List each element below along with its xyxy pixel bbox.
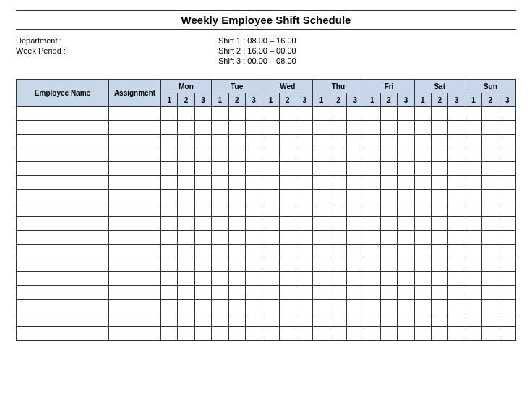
shift-cell[interactable] — [212, 245, 228, 258]
shift-cell[interactable] — [313, 190, 330, 203]
shift-cell[interactable] — [296, 176, 313, 190]
shift-cell[interactable] — [398, 162, 414, 176]
shift-cell[interactable] — [194, 272, 211, 286]
shift-cell[interactable] — [279, 148, 296, 162]
shift-cell[interactable] — [364, 190, 380, 203]
shift-cell[interactable] — [414, 327, 431, 341]
shift-cell[interactable] — [448, 190, 465, 203]
employee-cell[interactable] — [17, 245, 109, 258]
shift-cell[interactable] — [296, 286, 313, 300]
shift-cell[interactable] — [161, 245, 178, 258]
shift-cell[interactable] — [212, 286, 228, 300]
shift-cell[interactable] — [448, 327, 465, 341]
shift-cell[interactable] — [432, 121, 448, 135]
shift-cell[interactable] — [364, 121, 380, 135]
shift-cell[interactable] — [465, 162, 481, 176]
shift-cell[interactable] — [245, 190, 262, 203]
shift-cell[interactable] — [330, 272, 346, 286]
shift-cell[interactable] — [448, 300, 465, 313]
shift-cell[interactable] — [178, 313, 194, 327]
shift-cell[interactable] — [296, 162, 313, 176]
shift-cell[interactable] — [414, 121, 431, 135]
shift-cell[interactable] — [499, 245, 516, 258]
shift-cell[interactable] — [228, 300, 245, 313]
shift-cell[interactable] — [499, 148, 516, 162]
shift-cell[interactable] — [347, 107, 364, 121]
shift-cell[interactable] — [279, 135, 296, 148]
shift-cell[interactable] — [398, 245, 414, 258]
shift-cell[interactable] — [482, 121, 499, 135]
assignment-cell[interactable] — [109, 272, 161, 286]
shift-cell[interactable] — [432, 135, 448, 148]
shift-cell[interactable] — [245, 121, 262, 135]
shift-cell[interactable] — [262, 107, 279, 121]
shift-cell[interactable] — [161, 327, 178, 341]
shift-cell[interactable] — [499, 272, 516, 286]
shift-cell[interactable] — [347, 162, 364, 176]
shift-cell[interactable] — [296, 313, 313, 327]
shift-cell[interactable] — [212, 327, 228, 341]
shift-cell[interactable] — [161, 176, 178, 190]
shift-cell[interactable] — [414, 203, 431, 217]
shift-cell[interactable] — [398, 313, 414, 327]
shift-cell[interactable] — [364, 231, 380, 245]
shift-cell[interactable] — [465, 135, 481, 148]
shift-cell[interactable] — [262, 258, 279, 272]
shift-cell[interactable] — [313, 121, 330, 135]
shift-cell[interactable] — [330, 313, 346, 327]
shift-cell[interactable] — [448, 258, 465, 272]
shift-cell[interactable] — [398, 121, 414, 135]
shift-cell[interactable] — [414, 231, 431, 245]
shift-cell[interactable] — [228, 190, 245, 203]
shift-cell[interactable] — [313, 258, 330, 272]
shift-cell[interactable] — [279, 176, 296, 190]
shift-cell[interactable] — [262, 272, 279, 286]
shift-cell[interactable] — [245, 162, 262, 176]
shift-cell[interactable] — [364, 258, 380, 272]
shift-cell[interactable] — [414, 190, 431, 203]
shift-cell[interactable] — [364, 107, 380, 121]
shift-cell[interactable] — [228, 272, 245, 286]
shift-cell[interactable] — [432, 231, 448, 245]
shift-cell[interactable] — [448, 272, 465, 286]
shift-cell[interactable] — [194, 300, 211, 313]
shift-cell[interactable] — [296, 148, 313, 162]
shift-cell[interactable] — [330, 148, 346, 162]
shift-cell[interactable] — [380, 121, 397, 135]
shift-cell[interactable] — [414, 300, 431, 313]
shift-cell[interactable] — [279, 203, 296, 217]
shift-cell[interactable] — [245, 245, 262, 258]
shift-cell[interactable] — [313, 135, 330, 148]
employee-cell[interactable] — [17, 203, 109, 217]
shift-cell[interactable] — [330, 286, 346, 300]
shift-cell[interactable] — [398, 327, 414, 341]
shift-cell[interactable] — [330, 258, 346, 272]
shift-cell[interactable] — [178, 121, 194, 135]
shift-cell[interactable] — [161, 313, 178, 327]
shift-cell[interactable] — [228, 162, 245, 176]
shift-cell[interactable] — [245, 300, 262, 313]
shift-cell[interactable] — [212, 231, 228, 245]
shift-cell[interactable] — [279, 272, 296, 286]
shift-cell[interactable] — [465, 217, 481, 231]
employee-cell[interactable] — [17, 231, 109, 245]
shift-cell[interactable] — [380, 190, 397, 203]
shift-cell[interactable] — [330, 300, 346, 313]
shift-cell[interactable] — [245, 313, 262, 327]
shift-cell[interactable] — [245, 327, 262, 341]
shift-cell[interactable] — [228, 148, 245, 162]
shift-cell[interactable] — [380, 162, 397, 176]
shift-cell[interactable] — [414, 135, 431, 148]
shift-cell[interactable] — [178, 217, 194, 231]
shift-cell[interactable] — [499, 258, 516, 272]
shift-cell[interactable] — [364, 286, 380, 300]
shift-cell[interactable] — [499, 217, 516, 231]
shift-cell[interactable] — [330, 121, 346, 135]
shift-cell[interactable] — [482, 107, 499, 121]
shift-cell[interactable] — [313, 162, 330, 176]
shift-cell[interactable] — [178, 162, 194, 176]
employee-cell[interactable] — [17, 190, 109, 203]
shift-cell[interactable] — [465, 327, 481, 341]
shift-cell[interactable] — [448, 245, 465, 258]
shift-cell[interactable] — [313, 107, 330, 121]
